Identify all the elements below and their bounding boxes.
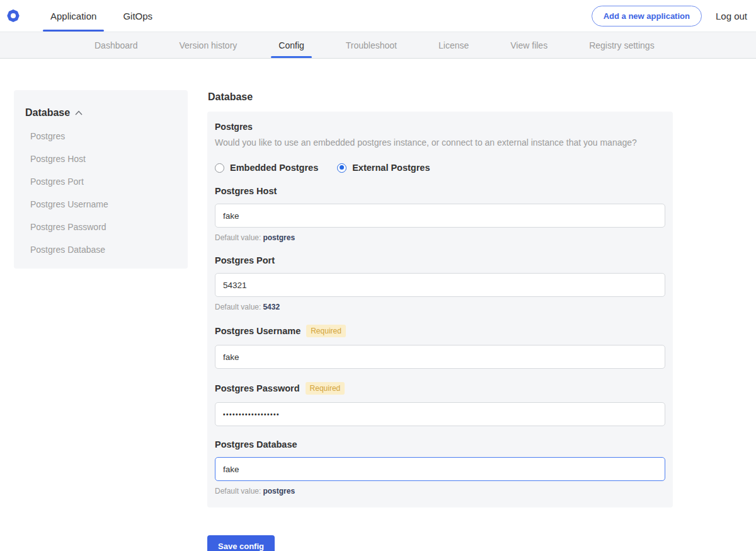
- default-value-prefix: Default value:: [215, 233, 261, 242]
- radio-external-label: External Postgres: [352, 163, 430, 173]
- required-badge: Required: [306, 325, 346, 337]
- config-group-panel: Postgres Would you like to use an embedd…: [207, 112, 673, 508]
- radio-embedded-label: Embedded Postgres: [230, 163, 318, 173]
- sub-nav: Dashboard Version history Config Trouble…: [0, 32, 756, 59]
- topnav-tabs: Application GitOps: [43, 0, 160, 32]
- postgres-password-input[interactable]: [215, 402, 665, 426]
- tab-gitops[interactable]: GitOps: [115, 0, 160, 32]
- chevron-up-icon: [75, 110, 83, 115]
- content-area: Database Postgres Postgres Host Postgres…: [0, 90, 756, 551]
- logout-link[interactable]: Log out: [716, 11, 747, 21]
- default-value-hint: Default value:5432: [215, 303, 665, 311]
- tab-gitops-label: GitOps: [123, 11, 152, 21]
- field-label: Postgres Host: [215, 186, 277, 196]
- sidebar-items: Postgres Postgres Host Postgres Port Pos…: [25, 131, 176, 255]
- app-logo-icon: [6, 9, 20, 23]
- sidebar-item-postgres-host[interactable]: Postgres Host: [25, 154, 176, 164]
- field-postgres-host: Postgres Host Default value:postgres: [215, 186, 665, 242]
- config-sidebar: Database Postgres Postgres Host Postgres…: [14, 90, 188, 269]
- subnav-item-dashboard[interactable]: Dashboard: [93, 32, 139, 58]
- group-title: Postgres: [215, 122, 665, 132]
- save-config-button[interactable]: Save config: [207, 535, 275, 551]
- default-value-prefix: Default value:: [215, 487, 261, 496]
- group-description: Would you like to use an embedded postgr…: [215, 137, 665, 148]
- sidebar-item-postgres-port[interactable]: Postgres Port: [25, 177, 176, 187]
- subnav-label: Version history: [180, 40, 238, 50]
- sidebar-group-database[interactable]: Database: [25, 107, 176, 119]
- required-badge: Required: [306, 382, 345, 395]
- default-value-prefix: Default value:: [215, 303, 261, 311]
- subnav-label: Troubleshoot: [346, 40, 397, 50]
- subnav-item-view-files[interactable]: View files: [509, 32, 549, 58]
- postgres-database-input[interactable]: [215, 457, 665, 481]
- field-postgres-password: Postgres Password Required: [215, 382, 665, 426]
- default-value-text: postgres: [263, 233, 295, 242]
- sidebar-group-label: Database: [25, 107, 70, 119]
- subnav-label: Dashboard: [94, 40, 138, 50]
- section-heading: Database: [208, 91, 673, 103]
- subnav-item-registry-settings[interactable]: Registry settings: [588, 32, 655, 58]
- subnav-label: Registry settings: [589, 40, 654, 50]
- radio-checked-icon: [337, 163, 346, 173]
- postgres-username-input[interactable]: [215, 345, 665, 369]
- default-value-text: 5432: [263, 303, 280, 311]
- postgres-type-radio-group: Embedded Postgres External Postgres: [215, 163, 665, 173]
- postgres-host-input[interactable]: [215, 204, 665, 228]
- subnav-item-config[interactable]: Config: [277, 32, 305, 58]
- top-nav: Application GitOps Add a new application…: [0, 0, 756, 32]
- subnav-item-license[interactable]: License: [437, 32, 470, 58]
- config-main: Database Postgres Would you like to use …: [207, 90, 673, 551]
- postgres-port-input[interactable]: [215, 273, 665, 297]
- sidebar-item-postgres[interactable]: Postgres: [25, 131, 176, 141]
- tab-application[interactable]: Application: [43, 0, 104, 32]
- subnav-item-troubleshoot[interactable]: Troubleshoot: [345, 32, 398, 58]
- sidebar-item-postgres-database[interactable]: Postgres Database: [25, 245, 176, 255]
- tab-application-label: Application: [50, 11, 96, 21]
- radio-unchecked-icon: [215, 163, 224, 173]
- subnav-label: License: [438, 40, 469, 50]
- subnav-label: View files: [510, 40, 547, 50]
- sidebar-item-postgres-password[interactable]: Postgres Password: [25, 222, 176, 232]
- subnav-label: Config: [278, 40, 304, 50]
- radio-external-postgres[interactable]: External Postgres: [337, 163, 430, 173]
- field-label: Postgres Password: [215, 383, 300, 393]
- field-label: Postgres Database: [215, 439, 297, 450]
- radio-embedded-postgres[interactable]: Embedded Postgres: [215, 163, 318, 173]
- sidebar-item-postgres-username[interactable]: Postgres Username: [25, 199, 176, 209]
- field-label: Postgres Port: [215, 255, 275, 265]
- field-postgres-port: Postgres Port Default value:5432: [215, 255, 665, 311]
- default-value-text: postgres: [263, 487, 295, 496]
- default-value-hint: Default value:postgres: [215, 487, 665, 496]
- field-label: Postgres Username: [215, 326, 301, 336]
- field-postgres-username: Postgres Username Required: [215, 325, 665, 369]
- subnav-item-version-history[interactable]: Version history: [178, 32, 239, 58]
- add-application-button[interactable]: Add a new application: [592, 6, 702, 26]
- field-postgres-database: Postgres Database Default value:postgres: [215, 439, 665, 496]
- default-value-hint: Default value:postgres: [215, 233, 665, 242]
- topnav-right: Add a new application Log out: [592, 0, 747, 32]
